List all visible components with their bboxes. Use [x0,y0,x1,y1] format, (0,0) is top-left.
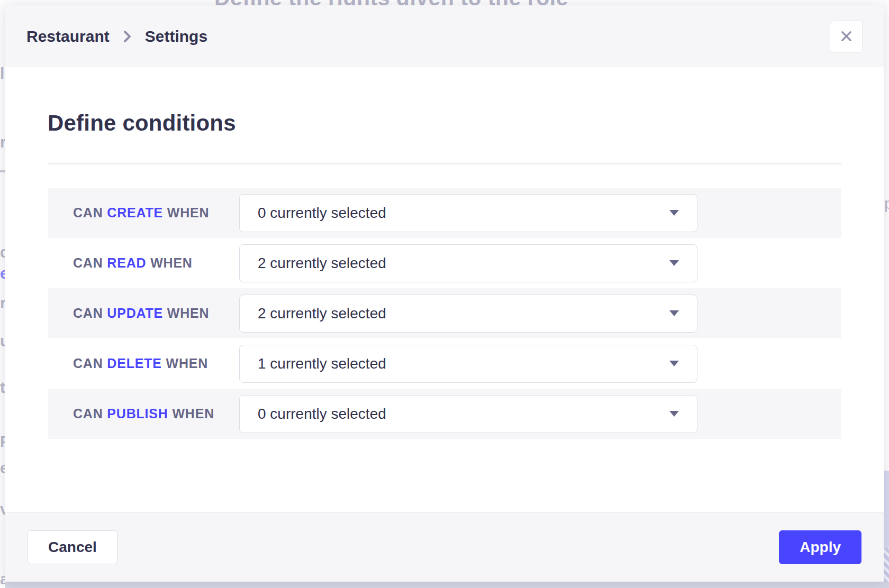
permission-label: CAN DELETE WHEN [73,356,239,371]
label-prefix: CAN [73,406,103,421]
background-text-fragment: u [0,332,5,351]
permission-row-update: CAN UPDATE WHEN 2 currently selected [48,288,841,338]
label-prefix: CAN [73,205,103,220]
background-text-fragment: e [0,459,5,478]
chevron-down-icon [669,411,679,417]
label-suffix: WHEN [172,406,214,421]
modal-body: Define conditions CAN CREATE WHEN 0 curr… [5,67,884,512]
label-action: DELETE [107,356,161,371]
label-prefix: CAN [73,356,103,371]
background-illustration [884,471,889,582]
permission-row-create: CAN CREATE WHEN 0 currently selected [48,188,841,238]
label-suffix: WHEN [166,356,208,371]
permission-label: CAN READ WHEN [73,255,239,271]
update-conditions-select[interactable]: 2 currently selected [239,295,697,333]
read-conditions-select[interactable]: 2 currently selected [239,244,697,282]
select-value: 1 currently selected [258,355,386,372]
label-action: READ [107,255,146,270]
label-suffix: WHEN [150,255,193,270]
background-text-fragment: d [0,243,5,262]
permission-label: CAN PUBLISH WHEN [73,406,239,421]
select-value: 0 currently selected [258,205,386,222]
permission-row-delete: CAN DELETE WHEN 1 currently selected [48,338,841,389]
modal-header: Restaurant Settings [5,5,884,67]
label-action: PUBLISH [107,406,168,421]
close-button[interactable] [830,20,863,53]
conditions-list: CAN CREATE WHEN 0 currently selected CAN… [48,188,841,439]
background-text-fragment: l [0,65,5,84]
permission-label: CAN UPDATE WHEN [73,306,239,321]
background-text-fragment: v [0,500,5,519]
label-prefix: CAN [73,306,103,320]
permission-row-publish: CAN PUBLISH WHEN 0 currently selected [48,389,841,439]
label-action: UPDATE [107,306,163,320]
select-value: 2 currently selected [258,255,386,272]
label-action: CREATE [107,205,163,220]
chevron-right-icon [123,30,131,43]
settings-modal: Restaurant Settings Define conditions CA… [5,5,884,582]
permission-label: CAN CREATE WHEN [73,205,239,221]
chevron-down-icon [669,310,679,316]
delete-conditions-select[interactable]: 1 currently selected [239,345,697,383]
apply-button[interactable]: Apply [779,530,861,564]
close-icon [840,30,853,43]
breadcrumb-item-settings: Settings [145,27,207,45]
label-suffix: WHEN [167,205,210,220]
background-text-fragment: r [0,294,5,313]
chevron-down-icon [669,260,679,266]
create-conditions-select[interactable]: 0 currently selected [239,194,697,232]
breadcrumb: Restaurant Settings [26,27,207,45]
background-bottom-strip [5,582,889,588]
background-text-fragment: r [0,133,5,152]
page-title: Define conditions [48,112,841,135]
modal-footer: Cancel Apply [5,512,884,582]
breadcrumb-item-restaurant: Restaurant [26,27,110,45]
background-text-fragment: ti [0,379,5,398]
permission-row-read: CAN READ WHEN 2 currently selected [48,238,841,288]
chevron-down-icon [669,361,679,366]
background-text-fragment: p [884,195,889,214]
select-value: 2 currently selected [258,305,386,322]
label-suffix: WHEN [167,306,210,320]
background-text-fragment: P [0,433,5,452]
background-text-fragment: e [0,264,5,283]
cancel-button[interactable]: Cancel [28,530,117,564]
divider [48,163,841,164]
select-value: 0 currently selected [258,406,386,422]
publish-conditions-select[interactable]: 0 currently selected [239,395,697,433]
background-text-fragment: ai [0,570,5,588]
label-prefix: CAN [73,255,103,270]
chevron-down-icon [669,210,679,216]
